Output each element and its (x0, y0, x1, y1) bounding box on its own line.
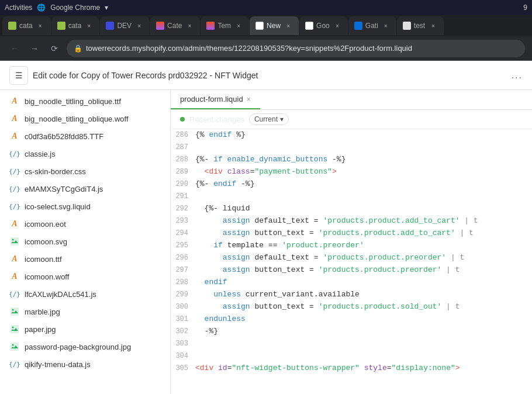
activities-label[interactable]: Activities (5, 4, 32, 12)
file-item[interactable]: {/}cs-skin-border.css (0, 163, 170, 180)
tab-test[interactable]: test× (397, 16, 444, 35)
tab-tem[interactable]: Tem× (201, 16, 249, 35)
line-code[interactable]: {%- if enable_dynamic_buttons -%} (195, 154, 532, 166)
file-item[interactable]: Abig_noodle_titling_oblique.woff (0, 110, 170, 127)
code-line: 305<div id="nft-widget-buttons-wrapper" … (171, 362, 532, 375)
file-item[interactable]: {/}classie.js (0, 145, 170, 163)
line-code[interactable]: {%- endif -%} (195, 178, 532, 191)
line-number: 294 (171, 227, 195, 240)
file-name: icomoon.svg (25, 237, 67, 246)
file-item[interactable]: Abig_noodle_titling_oblique.ttf (0, 92, 170, 110)
file-item[interactable]: {/}qikify-tmenu-data.js (0, 355, 170, 373)
line-code[interactable]: if template == 'product.preorder' (195, 240, 532, 252)
line-number: 298 (171, 277, 195, 289)
line-code[interactable]: assign button_text = 'products.product.a… (195, 227, 532, 240)
line-number: 302 (171, 326, 195, 338)
line-code[interactable]: {% endif %} (195, 129, 532, 141)
line-code[interactable]: assign button_text = 'products.product.s… (195, 301, 532, 313)
tab-cata1[interactable]: cata× (2, 16, 51, 35)
file-item[interactable]: {/}eMAMXSyTCgGdiT4.js (0, 180, 170, 198)
file-item[interactable]: Aicomoon.woff (0, 268, 170, 285)
tab-label: test (414, 22, 426, 30)
tab-close-button[interactable]: × (36, 21, 45, 30)
back-button[interactable]: ← (7, 41, 22, 56)
os-time: 9 (523, 4, 527, 12)
file-icon: {/} (9, 289, 20, 299)
line-code[interactable]: assign default_text = 'products.product.… (195, 252, 532, 264)
file-icon (9, 341, 20, 352)
line-code[interactable] (195, 338, 532, 350)
file-name: classie.js (25, 150, 56, 158)
file-name: marble.jpg (25, 307, 60, 316)
line-code[interactable]: endif (195, 277, 532, 289)
tab-close-button[interactable]: × (333, 21, 342, 30)
file-item[interactable]: Aicomoon.eot (0, 215, 170, 233)
editor-wrapper: ☰ Edit code for Copy of Tower Records pr… (0, 61, 532, 394)
file-item[interactable]: {/}ico-select.svg.liquid (0, 198, 170, 215)
forward-button[interactable]: → (27, 41, 42, 56)
more-button[interactable]: ... (512, 70, 523, 81)
line-code[interactable]: -%} (195, 326, 532, 338)
line-number: 286 (171, 129, 195, 141)
code-editor[interactable]: 286{% endif %}287288{%- if enable_dynami… (171, 129, 532, 394)
file-item[interactable]: icomoon.svg (0, 233, 170, 250)
tab-label: Gati (365, 22, 378, 30)
tab-favicon (57, 22, 65, 30)
line-code[interactable]: unless current_variant.available (195, 289, 532, 301)
tab-cate[interactable]: Cate× (150, 16, 200, 35)
file-icon: {/} (9, 184, 20, 194)
tab-close-button[interactable]: × (429, 21, 438, 30)
tab-close-button[interactable]: × (284, 21, 293, 30)
tab-close-button[interactable]: × (134, 21, 144, 30)
file-icon (9, 236, 20, 247)
code-tab-product-form[interactable]: product-form.liquid × (171, 90, 260, 109)
tab-close-button[interactable]: × (84, 21, 94, 30)
file-icon: A (9, 131, 20, 141)
line-number: 303 (171, 338, 195, 350)
tab-favicon (156, 22, 164, 30)
file-icon: A (9, 96, 20, 106)
tab-favicon (8, 22, 16, 30)
file-item[interactable]: paper.jpg (0, 320, 170, 338)
line-number: 296 (171, 252, 195, 264)
line-code[interactable] (195, 350, 532, 362)
code-line: 297 assign button_text = 'products.produ… (171, 264, 532, 277)
tab-close-button[interactable]: × (381, 21, 391, 30)
line-code[interactable]: <div class="payment-buttons"> (195, 166, 532, 178)
file-name: big_noodle_titling_oblique.ttf (25, 97, 121, 106)
current-badge[interactable]: Current ▾ (249, 113, 289, 125)
file-item[interactable]: password-page-background.jpg (0, 338, 170, 355)
reload-button[interactable]: ⟳ (47, 41, 62, 56)
line-code[interactable]: endunless (195, 313, 532, 326)
tab-label: cata (19, 22, 33, 30)
line-code[interactable]: {%- liquid (195, 203, 532, 215)
line-number: 297 (171, 264, 195, 277)
line-code[interactable] (195, 191, 532, 203)
file-item[interactable]: Ac0df3a6b528fdd85.TTF (0, 127, 170, 145)
file-name: c0df3a6b528fdd85.TTF (25, 132, 103, 141)
tab-close-button[interactable]: × (234, 21, 243, 30)
code-tab-close[interactable]: × (247, 95, 251, 103)
line-number: 292 (171, 203, 195, 215)
tab-favicon (106, 22, 114, 30)
file-item[interactable]: Aicomoon.ttf (0, 250, 170, 268)
tab-close-button[interactable]: × (185, 21, 194, 30)
url-bar[interactable]: 🔒 towerrecords.myshopify.com/admin/theme… (67, 40, 525, 57)
line-code[interactable]: <div id="nft-widget-buttons-wrapper" sty… (195, 362, 532, 375)
tab-new[interactable]: New× (250, 16, 299, 35)
recent-changes-bar: Recent changes Current ▾ (171, 110, 532, 129)
tab-gati[interactable]: Gati× (348, 16, 396, 35)
line-code[interactable]: assign default_text = 'products.product.… (195, 215, 532, 227)
tab-goo[interactable]: Goo× (299, 16, 348, 35)
file-item[interactable]: {/}lfcAXLwjkDALc541.js (0, 285, 170, 303)
file-item[interactable]: marble.jpg (0, 303, 170, 320)
line-code[interactable] (195, 141, 532, 154)
line-code[interactable]: assign button_text = 'products.product.p… (195, 264, 532, 277)
breadcrumb-button[interactable]: ☰ (9, 66, 28, 85)
file-name: password-page-background.jpg (25, 343, 131, 351)
tab-dev[interactable]: DEV× (100, 16, 150, 35)
tab-favicon (354, 22, 362, 30)
line-number: 305 (171, 362, 195, 375)
tab-cata2[interactable]: cata× (51, 16, 100, 35)
file-name: paper.jpg (25, 325, 56, 334)
